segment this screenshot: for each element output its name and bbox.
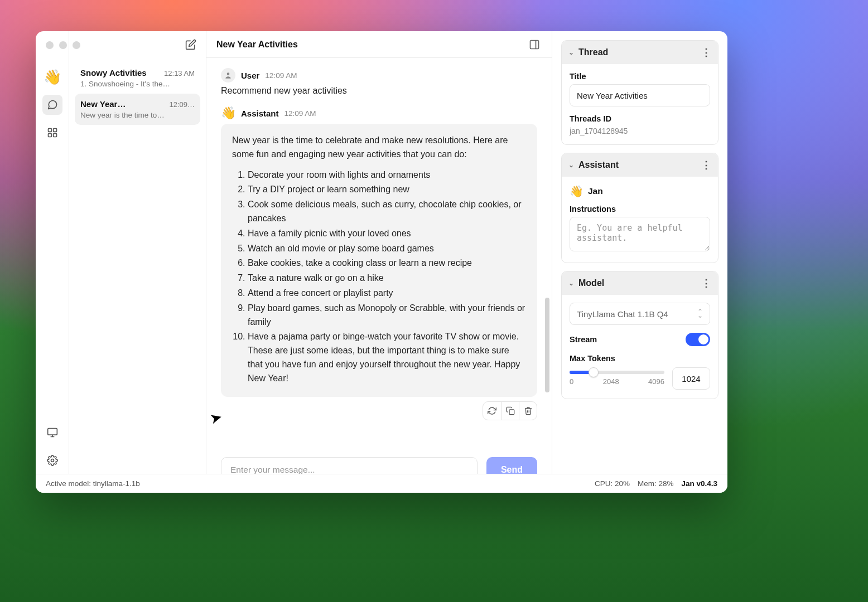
title-label: Title	[570, 72, 710, 81]
list-item: Watch an old movie or play some board ga…	[248, 242, 526, 256]
thread-preview: 1. Snowshoeing - It's the…	[80, 80, 195, 88]
kebab-icon[interactable]: ⋮	[701, 159, 711, 171]
user-message-text: Recommend new year activities	[221, 86, 537, 96]
instructions-textarea[interactable]	[570, 217, 710, 251]
status-bar: Active model: tinyllama-1.1b CPU: 20% Me…	[36, 474, 727, 493]
max-tokens-value[interactable]: 1024	[672, 367, 710, 390]
nav-settings-icon[interactable]	[42, 450, 62, 470]
nav-chat-icon[interactable]	[42, 95, 62, 115]
list-item: Have a family picnic with your loved one…	[248, 227, 526, 241]
svg-rect-8	[531, 40, 539, 48]
threads-column: Snowy Activities12:13 AM1. Snowshoeing -…	[69, 31, 206, 493]
close-window-icon[interactable]	[46, 41, 54, 49]
svg-rect-1	[53, 129, 56, 132]
message-assistant: 👋 Assistant 12:09 AM New year is the tim…	[221, 106, 537, 420]
svg-rect-11	[509, 410, 514, 415]
app-version: Jan v0.4.3	[681, 479, 717, 488]
svg-rect-2	[48, 134, 51, 137]
assistant-intro: New year is the time to celebrate and ma…	[232, 134, 526, 162]
thread-title: New Year…	[80, 99, 126, 109]
nav-emoji-icon[interactable]: 👋	[42, 67, 62, 87]
compose-button[interactable]	[182, 36, 199, 53]
chat-title: New Year Activities	[216, 40, 298, 50]
thread-time: 12:13 AM	[164, 69, 195, 77]
chevron-down-icon[interactable]: ⌄	[568, 161, 574, 169]
threads-id-value: jan_1704128945	[570, 127, 710, 135]
list-item: Cook some delicious meals, such as curry…	[248, 198, 526, 226]
message-user: User 12:09 AM Recommend new year activit…	[221, 68, 537, 96]
sender-name: User	[241, 71, 259, 80]
chat-column: New Year Activities User 12:09 AM Recomm…	[206, 31, 552, 493]
thread-time: 12:09…	[169, 100, 195, 109]
svg-rect-4	[47, 429, 57, 435]
slider-tick: 4096	[648, 377, 664, 386]
thread-preview: New year is the time to…	[80, 111, 195, 119]
delete-icon[interactable]	[519, 402, 537, 420]
zoom-window-icon[interactable]	[73, 41, 80, 49]
max-tokens-label: Max Tokens	[570, 354, 710, 363]
stream-toggle[interactable]	[686, 333, 710, 346]
list-item: Decorate your room with lights and ornam…	[248, 168, 526, 182]
chat-body: User 12:09 AM Recommend new year activit…	[206, 58, 552, 449]
nav-apps-icon[interactable]	[42, 123, 62, 143]
nav-rail: 👋	[36, 31, 69, 493]
assistant-avatar-icon: 👋	[221, 106, 235, 120]
kebab-icon[interactable]: ⋮	[701, 46, 711, 59]
scrollbar[interactable]	[545, 298, 549, 392]
thread-item[interactable]: Snowy Activities12:13 AM1. Snowshoeing -…	[75, 62, 200, 94]
section-title: Thread	[578, 47, 608, 57]
sender-name: Assistant	[241, 109, 279, 118]
card-thread: ⌄ Thread ⋮ Title Threads ID jan_17041289…	[561, 40, 718, 145]
assistant-name: Jan	[588, 186, 603, 196]
thread-title: Snowy Activities	[80, 68, 147, 77]
max-tokens-slider[interactable]	[570, 371, 664, 374]
app-window: 👋 Snowy Activities12:13 AM1. Snowsh	[36, 31, 727, 493]
thread-item[interactable]: New Year…12:09…New year is the time to…	[75, 94, 200, 125]
copy-icon[interactable]	[501, 402, 519, 420]
mem-usage: Mem: 28%	[638, 479, 674, 488]
regenerate-icon[interactable]	[483, 402, 501, 420]
timestamp: 12:09 AM	[265, 71, 297, 80]
card-model: ⌄ Model ⋮ TinyLlama Chat 1.1B Q4 ⌃⌄ Stre…	[561, 271, 718, 399]
chevron-down-icon[interactable]: ⌄	[568, 279, 574, 287]
traffic-lights	[46, 41, 80, 49]
nav-monitor-icon[interactable]	[42, 423, 62, 443]
list-item: Bake cookies, take a cooking class or le…	[248, 256, 526, 270]
slider-tick: 2048	[603, 377, 619, 386]
user-avatar-icon	[221, 68, 235, 82]
list-item: Have a pajama party or binge-watch your …	[248, 330, 526, 385]
instructions-label: Instructions	[570, 205, 710, 213]
toggle-inspector-icon[interactable]	[527, 37, 542, 52]
section-title: Model	[578, 278, 604, 288]
assistant-name-row: 👋 Jan	[570, 185, 710, 198]
svg-rect-0	[48, 129, 51, 132]
threads-id-label: Threads ID	[570, 114, 710, 123]
wave-icon: 👋	[570, 185, 584, 198]
svg-point-7	[51, 459, 54, 462]
minimize-window-icon[interactable]	[59, 41, 67, 49]
inspector-column: ⌄ Thread ⋮ Title Threads ID jan_17041289…	[552, 31, 727, 493]
active-model-label: Active model: tinyllama-1.1b	[46, 479, 140, 488]
list-item: Attend a free concert or playlist party	[248, 287, 526, 300]
chevron-down-icon[interactable]: ⌄	[568, 48, 574, 56]
assistant-bubble: New year is the time to celebrate and ma…	[221, 124, 537, 397]
model-selected: TinyLlama Chat 1.1B Q4	[577, 309, 668, 319]
svg-rect-3	[53, 134, 56, 137]
model-select[interactable]: TinyLlama Chat 1.1B Q4 ⌃⌄	[570, 303, 710, 325]
list-item: Try a DIY project or learn something new	[248, 183, 526, 197]
list-item: Play board games, such as Monopoly or Sc…	[248, 302, 526, 329]
cpu-usage: CPU: 20%	[595, 479, 630, 488]
svg-point-10	[227, 72, 230, 75]
message-actions	[483, 401, 537, 420]
thread-title-input[interactable]	[570, 84, 710, 106]
timestamp: 12:09 AM	[284, 109, 316, 118]
section-title: Assistant	[578, 160, 619, 170]
kebab-icon[interactable]: ⋮	[701, 277, 711, 289]
slider-tick: 0	[570, 377, 573, 386]
stream-label: Stream	[570, 335, 597, 344]
card-assistant: ⌄ Assistant ⋮ 👋 Jan Instructions	[561, 153, 718, 263]
list-item: Take a nature walk or go on a hike	[248, 271, 526, 285]
updown-icon: ⌃⌄	[697, 310, 703, 318]
